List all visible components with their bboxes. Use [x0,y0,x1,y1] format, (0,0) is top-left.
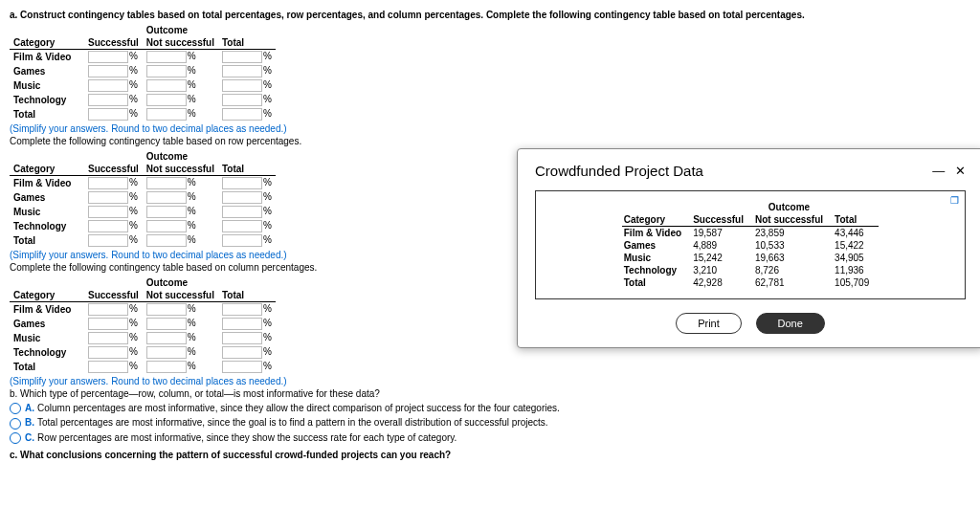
question-c: c. What conclusions concerning the patte… [10,450,970,460]
pct-sign: % [129,206,138,216]
pct-input[interactable] [88,94,128,106]
pct-input[interactable] [146,303,187,316]
pct-input[interactable] [222,220,262,232]
pct-input[interactable] [222,234,262,247]
pct-sign: % [263,332,272,342]
pct-input[interactable] [88,177,128,189]
done-button[interactable]: Done [756,313,825,334]
pct-input[interactable] [222,303,262,316]
row-label: Games [10,64,84,78]
pct-input[interactable] [146,65,187,77]
pct-input[interactable] [88,108,128,121]
pct-input[interactable] [88,318,128,330]
pct-sign: % [263,220,272,231]
pct-sign: % [129,234,138,245]
table-row: Total%%% [10,233,276,248]
print-button[interactable]: Print [676,313,742,334]
pct-input[interactable] [146,51,187,63]
pct-sign: % [263,303,272,314]
pct-input[interactable] [146,191,187,204]
pct-input[interactable] [222,65,262,77]
pct-input[interactable] [146,206,187,218]
row-label: Technology [10,345,84,360]
col-category: Category [10,163,84,176]
pct-input[interactable] [146,332,187,344]
table-row: Film & Video%%% [10,50,276,65]
pct-sign: % [263,191,272,202]
close-icon[interactable]: ✕ [955,164,966,178]
pct-input[interactable] [146,346,187,359]
pct-input[interactable] [88,346,128,359]
pct-input[interactable] [222,332,262,344]
pct-input[interactable] [146,79,187,92]
row-label: Technology [10,219,84,233]
pct-input[interactable] [146,318,187,330]
data-cell: 34,905 [833,252,879,264]
pct-sign: % [129,51,138,61]
data-cell: 19,663 [753,252,833,264]
pct-sign: % [129,346,138,357]
pct-input[interactable] [88,65,128,77]
pct-input[interactable] [88,361,128,373]
radio-icon[interactable] [10,418,21,430]
data-row: Total42,92862,781105,709 [622,276,880,289]
pct-sign: % [188,94,196,104]
data-col-header: Successful [691,213,753,227]
pct-sign: % [129,65,138,76]
pct-input[interactable] [88,206,128,218]
pct-input[interactable] [88,220,128,232]
pct-sign: % [188,51,196,61]
pct-input[interactable] [222,79,262,92]
data-cell: 4,889 [691,239,753,252]
pct-input[interactable] [222,108,262,121]
pct-sign: % [188,220,196,231]
data-cell: 43,446 [833,227,879,240]
pct-input[interactable] [222,177,262,189]
data-cell: 15,242 [691,252,753,264]
pct-sign: % [263,346,272,357]
pct-input[interactable] [88,191,128,204]
option-c[interactable]: C.Row percentages are most informative, … [10,432,970,444]
data-cell: 8,726 [753,264,833,276]
data-table: Outcome Category Successful Not successf… [622,201,880,289]
pct-input[interactable] [222,346,262,359]
pct-input[interactable] [146,177,187,189]
pct-sign: % [263,79,272,90]
data-dialog: Crowdfunded Project Data — ✕ ❐ Outcome C… [517,148,980,348]
pct-input[interactable] [222,318,262,330]
pct-input[interactable] [146,361,187,373]
col-category: Category [10,36,84,50]
pct-input[interactable] [146,108,187,121]
pct-input[interactable] [88,79,128,92]
option-a[interactable]: A.Column percentages are most informativ… [10,403,970,414]
pct-input[interactable] [222,94,262,106]
dialog-title: Crowdfunded Project Data [535,163,703,179]
option-b[interactable]: B.Total percentages are most informative… [10,417,970,429]
pct-input[interactable] [88,51,128,63]
pct-input[interactable] [146,234,187,247]
pct-input[interactable] [222,361,262,373]
pct-sign: % [188,177,196,187]
data-cell: Total [622,276,691,289]
pct-input[interactable] [88,234,128,247]
col-total: Total [218,289,276,302]
table-row: Technology%%% [10,219,276,233]
minimize-icon[interactable]: — [932,164,945,178]
pct-input[interactable] [88,332,128,344]
pct-input[interactable] [222,206,262,218]
row-label: Music [10,205,84,219]
data-cell: 105,709 [833,276,879,289]
pct-input[interactable] [88,303,128,316]
pct-input[interactable] [146,220,187,232]
option-label: B. [25,417,34,428]
pct-input[interactable] [146,94,187,106]
pct-input[interactable] [222,191,262,204]
pct-sign: % [263,51,272,61]
row-label: Total [10,107,84,121]
radio-icon[interactable] [10,403,21,414]
radio-icon[interactable] [10,432,21,444]
copy-icon[interactable]: ❐ [950,195,959,206]
pct-input[interactable] [222,51,262,63]
pct-sign: % [188,346,196,357]
data-cell: 19,587 [691,227,753,240]
